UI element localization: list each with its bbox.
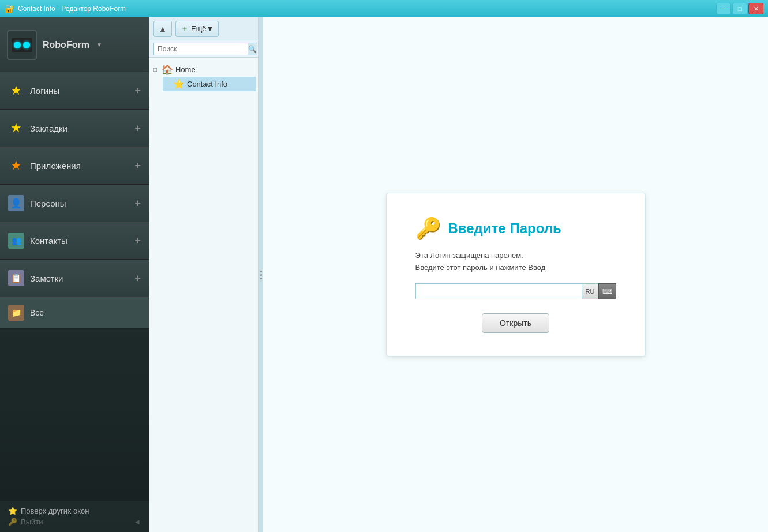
apps-icon: ★ — [8, 158, 24, 174]
open-button[interactable]: Открыть — [482, 313, 549, 333]
roboform-logo — [7, 30, 37, 60]
notes-icon: 📋 — [8, 270, 24, 286]
prompt-title-row: 🔑 Введите Пароль — [415, 216, 616, 241]
app-icon: 🔐 — [5, 4, 14, 13]
language-button[interactable]: RU — [582, 283, 598, 299]
personas-label: Персоны — [30, 198, 134, 208]
sidebar-item-all[interactable]: 📁 Все — [0, 297, 149, 329]
contacts-icon: 👥 — [8, 233, 24, 249]
personas-icon: 👤 — [8, 195, 24, 211]
resize-handle[interactable] — [259, 17, 263, 532]
window-controls: ─ □ ✕ — [716, 3, 763, 14]
add-more-button[interactable]: ＋ Ещё▼ — [175, 21, 219, 37]
logo-inner — [12, 38, 32, 52]
all-icon: 📁 — [8, 305, 24, 321]
logins-label: Логины — [30, 86, 134, 96]
back-button[interactable]: ▲ — [153, 21, 172, 37]
prompt-title-text: Введите Пароль — [448, 220, 561, 237]
sidebar-item-notes[interactable]: 📋 Заметки + — [0, 260, 149, 297]
sidebar-item-logins[interactable]: ★ Логины + — [0, 72, 149, 110]
add-icon: ＋ — [181, 24, 189, 34]
logo-eye-left — [14, 42, 21, 48]
bookmarks-icon: ★ — [8, 120, 24, 136]
maximize-button[interactable]: □ — [732, 3, 747, 14]
title-bar-left: 🔐 Contact Info - Редактор RoboForm — [5, 4, 126, 13]
sidebar-footer: ⭐ Поверх других окон 🔑 Выйти ◄ — [0, 501, 149, 532]
logins-icon: ★ — [8, 83, 24, 99]
title-bar: 🔐 Contact Info - Редактор RoboForm ─ □ ✕ — [0, 0, 768, 17]
window-title: Contact Info - Редактор RoboForm — [18, 5, 126, 13]
home-label: Home — [175, 65, 196, 74]
tree-children-home: ⭐ Contact Info — [151, 77, 256, 91]
brand-name: RoboForm — [43, 40, 89, 50]
contact-info-icon: ⭐ — [173, 78, 185, 89]
sidebar-item-apps[interactable]: ★ Приложения + — [0, 147, 149, 185]
contacts-label: Контакты — [30, 236, 134, 246]
prompt-desc-line1: Эта Логин защищена паролем. — [415, 250, 616, 262]
prompt-description: Эта Логин защищена паролем. Введите этот… — [415, 250, 616, 274]
tree-expand-home[interactable]: □ — [153, 66, 162, 73]
file-tree: □ 🏠 Home ⭐ Contact Info — [149, 58, 258, 532]
notes-add[interactable]: + — [134, 272, 141, 284]
resize-dots — [260, 271, 262, 279]
personas-add[interactable]: + — [134, 197, 141, 209]
main-content: 🔑 Введите Пароль Эта Логин защищена паро… — [263, 17, 768, 532]
home-icon: 🏠 — [162, 64, 173, 75]
logo-eye-right — [23, 42, 30, 48]
key-icon: 🔑 — [415, 216, 441, 241]
apps-add[interactable]: + — [134, 160, 141, 172]
apps-label: Приложения — [30, 161, 134, 171]
tree-item-contact-info[interactable]: ⭐ Contact Info — [163, 77, 256, 91]
prompt-desc-line2: Введите этот пароль и нажмите Ввод — [415, 262, 616, 274]
bookmarks-label: Закладки — [30, 123, 134, 133]
on-top-icon: ⭐ — [8, 507, 17, 515]
search-bar: 🔍 — [149, 40, 258, 58]
keyboard-button[interactable]: ⌨ — [598, 283, 616, 299]
sidebar-item-bookmarks[interactable]: ★ Закладки + — [0, 110, 149, 147]
file-toolbar: ▲ ＋ Ещё▼ — [149, 17, 258, 40]
password-input[interactable] — [415, 283, 582, 299]
roboform-header[interactable]: RoboForm ▼ — [0, 17, 149, 72]
password-prompt: 🔑 Введите Пароль Эта Логин защищена паро… — [386, 193, 646, 357]
minimize-button[interactable]: ─ — [716, 3, 731, 14]
bookmarks-add[interactable]: + — [134, 122, 141, 134]
prompt-input-row: RU ⌨ — [415, 283, 616, 299]
sidebar-bottom — [0, 329, 149, 501]
logout-link[interactable]: 🔑 Выйти ◄ — [8, 518, 141, 526]
search-button[interactable]: 🔍 — [248, 43, 257, 55]
back-icon: ▲ — [159, 24, 167, 33]
add-more-label: Ещё▼ — [191, 24, 213, 33]
logout-arrow: ◄ — [133, 518, 141, 526]
on-top-link[interactable]: ⭐ Поверх других окон — [8, 507, 141, 515]
on-top-label: Поверх других окон — [21, 507, 89, 515]
sidebar: RoboForm ▼ ★ Логины + ★ Закладки + ★ При… — [0, 17, 149, 532]
notes-label: Заметки — [30, 274, 134, 283]
brand-arrow: ▼ — [96, 42, 102, 48]
contacts-add[interactable]: + — [134, 235, 141, 247]
logins-add[interactable]: + — [134, 85, 141, 97]
contact-info-label: Contact Info — [187, 80, 227, 88]
logout-icon: 🔑 — [8, 518, 17, 526]
keyboard-icon: ⌨ — [602, 287, 612, 295]
sidebar-item-personas[interactable]: 👤 Персоны + — [0, 185, 149, 222]
logout-label: Выйти — [21, 518, 43, 526]
search-input[interactable] — [153, 43, 248, 55]
close-button[interactable]: ✕ — [748, 3, 763, 14]
tree-item-home[interactable]: □ 🏠 Home — [151, 62, 256, 77]
sidebar-item-contacts[interactable]: 👥 Контакты + — [0, 222, 149, 260]
search-icon: 🔍 — [248, 45, 257, 53]
file-panel: ▲ ＋ Ещё▼ 🔍 □ 🏠 Home ⭐ — [149, 17, 259, 532]
all-label: Все — [30, 308, 141, 317]
app-body: RoboForm ▼ ★ Логины + ★ Закладки + ★ При… — [0, 17, 768, 532]
